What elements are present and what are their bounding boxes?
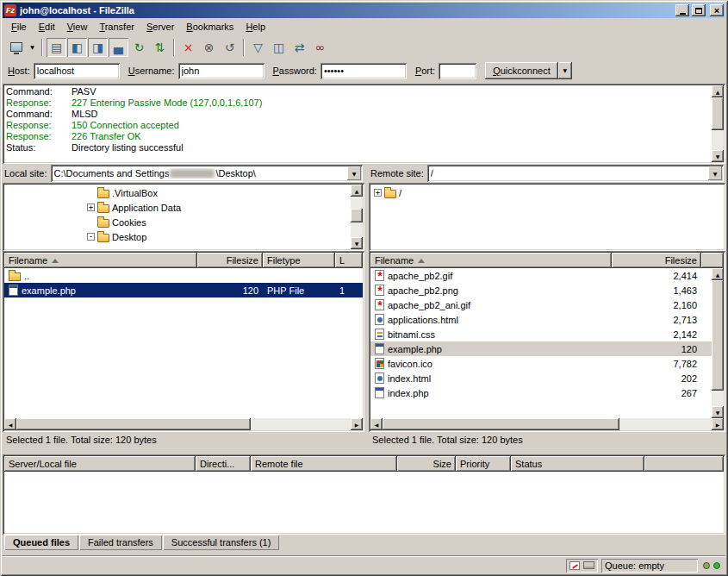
maximize-button[interactable] bbox=[692, 4, 706, 16]
tree-item[interactable]: + / bbox=[370, 185, 724, 200]
file-row[interactable]: example.php 120 PHP File 1 bbox=[4, 283, 363, 297]
menu-item-edit[interactable]: Edit bbox=[33, 20, 61, 34]
titlebar[interactable]: Fz john@localhost - FileZilla × bbox=[3, 3, 725, 18]
tab-successful-transfers[interactable]: Successful transfers (1) bbox=[163, 535, 280, 550]
file-row[interactable]: apache_pb2.png 1,463 bbox=[370, 283, 712, 297]
file-row[interactable]: bitnami.css 2,142 bbox=[370, 327, 712, 341]
column-filesize[interactable]: Filesize bbox=[612, 253, 701, 268]
scroll-right-icon[interactable]: ▶ bbox=[712, 418, 724, 430]
scrollbar-thumb[interactable] bbox=[383, 418, 619, 430]
scroll-up-icon[interactable]: ▲ bbox=[351, 185, 363, 197]
expander-icon[interactable]: + bbox=[87, 203, 95, 211]
site-manager-dropdown[interactable]: ▼ bbox=[27, 38, 38, 57]
scroll-down-icon[interactable]: ▼ bbox=[712, 406, 724, 418]
tree-item[interactable]: + Application Data bbox=[4, 200, 351, 215]
scroll-right-icon[interactable]: ▶ bbox=[351, 418, 363, 430]
column-filename[interactable]: Filename bbox=[370, 253, 612, 268]
dropdown-icon[interactable]: ▼ bbox=[708, 166, 722, 180]
scrollbar-thumb[interactable] bbox=[351, 209, 363, 222]
cancel-button[interactable]: × bbox=[178, 38, 198, 57]
username-input[interactable] bbox=[178, 63, 264, 79]
scrollbar-thumb[interactable] bbox=[16, 418, 251, 430]
dropdown-icon[interactable]: ▼ bbox=[347, 166, 361, 180]
filter-button[interactable]: ▽ bbox=[248, 38, 268, 57]
scrollbar-track[interactable] bbox=[383, 418, 712, 430]
column-priority[interactable]: Priority bbox=[456, 456, 511, 472]
column-filetype[interactable]: Filetype bbox=[263, 253, 335, 268]
expander-icon[interactable]: + bbox=[374, 189, 382, 197]
toggle-local-tree-button[interactable]: ◧ bbox=[67, 38, 87, 57]
tree-item[interactable]: Cookies bbox=[4, 215, 351, 229]
scroll-up-icon[interactable]: ▲ bbox=[712, 268, 724, 280]
file-row[interactable]: apache_pb2_ani.gif 2,160 bbox=[370, 297, 712, 312]
remote-file-list[interactable]: apache_pb2.gif 2,414 apache_pb2.png 1,46… bbox=[370, 268, 712, 418]
column-filesize[interactable]: Filesize bbox=[197, 253, 263, 268]
file-row[interactable]: example.php 120 bbox=[370, 341, 712, 356]
scrollbar-track[interactable] bbox=[712, 280, 724, 406]
local-directory-tree[interactable]: .VirtualBox + Application Data Cookies - bbox=[4, 185, 351, 249]
menu-item-file[interactable]: File bbox=[5, 20, 33, 34]
file-row[interactable]: applications.html 2,713 bbox=[370, 312, 712, 327]
remote-list-vscrollbar[interactable]: ▲ ▼ bbox=[712, 268, 724, 418]
scrollbar-track[interactable] bbox=[712, 97, 724, 150]
process-queue-button[interactable]: ⇅ bbox=[150, 38, 170, 57]
tab-failed-transfers[interactable]: Failed transfers bbox=[79, 535, 162, 550]
menu-item-view[interactable]: View bbox=[61, 20, 94, 34]
remote-site-combo[interactable]: / ▼ bbox=[427, 165, 724, 182]
local-file-list[interactable]: .. example.php 120 PHP File 1 bbox=[4, 268, 363, 418]
file-row[interactable]: favicon.ico 7,782 bbox=[370, 356, 712, 371]
tree-item[interactable]: .VirtualBox bbox=[4, 185, 351, 200]
expander-icon[interactable]: - bbox=[87, 233, 95, 241]
local-list-hscrollbar[interactable]: ◀ ▶ bbox=[4, 418, 363, 430]
queue-body[interactable] bbox=[4, 472, 724, 533]
file-row[interactable]: index.html 202 bbox=[370, 371, 712, 385]
port-input[interactable] bbox=[439, 63, 476, 79]
quickconnect-dropdown[interactable]: ▼ bbox=[558, 62, 572, 79]
column-remote-file[interactable]: Remote file bbox=[251, 456, 397, 472]
scrollbar-thumb[interactable] bbox=[712, 280, 724, 391]
remote-directory-tree[interactable]: + / bbox=[370, 185, 724, 249]
column-size[interactable]: Size bbox=[397, 456, 456, 472]
toggle-queue-button[interactable]: ▄ bbox=[109, 38, 128, 57]
file-row[interactable]: index.php 267 bbox=[370, 385, 712, 400]
site-manager-button[interactable] bbox=[6, 38, 26, 57]
column-server-local-file[interactable]: Server/Local file bbox=[4, 456, 196, 472]
speed-limit-icon[interactable] bbox=[569, 561, 580, 570]
disconnect-button[interactable]: ⊗ bbox=[199, 38, 219, 57]
scroll-down-icon[interactable]: ▼ bbox=[712, 150, 724, 162]
quickconnect-button[interactable]: Quickconnect bbox=[485, 62, 558, 79]
column-filename[interactable]: Filename bbox=[4, 253, 197, 268]
column-direction[interactable]: Directi... bbox=[196, 456, 251, 472]
find-button[interactable]: ∞ bbox=[310, 38, 330, 57]
password-input[interactable] bbox=[320, 63, 407, 79]
sync-browsing-button[interactable]: ⇄ bbox=[289, 38, 309, 57]
refresh-button[interactable]: ↻ bbox=[129, 38, 149, 57]
remote-list-hscrollbar[interactable]: ◀ ▶ bbox=[370, 418, 724, 430]
file-row[interactable]: .. bbox=[4, 268, 363, 283]
local-tree-scrollbar[interactable]: ▲ ▼ bbox=[351, 185, 363, 249]
scroll-left-icon[interactable]: ◀ bbox=[370, 418, 383, 430]
toggle-remote-tree-button[interactable]: ◨ bbox=[88, 38, 108, 57]
host-input[interactable] bbox=[34, 63, 120, 79]
menu-item-help[interactable]: Help bbox=[240, 20, 271, 34]
reconnect-button[interactable]: ↺ bbox=[220, 38, 240, 57]
minimize-button[interactable] bbox=[675, 4, 689, 16]
toggle-log-button[interactable]: ▤ bbox=[47, 38, 66, 57]
scroll-down-icon[interactable]: ▼ bbox=[351, 237, 363, 249]
menu-item-transfer[interactable]: Transfer bbox=[93, 20, 140, 34]
file-row[interactable]: apache_pb2.gif 2,414 bbox=[370, 268, 712, 283]
message-log[interactable]: Command: PASV Response: 227 Entering Pas… bbox=[4, 85, 712, 162]
compare-button[interactable]: ◫ bbox=[269, 38, 289, 57]
scroll-up-icon[interactable]: ▲ bbox=[712, 85, 724, 97]
log-scrollbar[interactable]: ▲ ▼ bbox=[712, 85, 724, 162]
column-last-modified[interactable]: L bbox=[335, 253, 363, 268]
local-site-combo[interactable]: C:\Documents and Settings \Desktop\ ▼ bbox=[51, 165, 363, 182]
menu-item-server[interactable]: Server bbox=[140, 20, 180, 34]
scrollbar-track[interactable] bbox=[351, 197, 363, 237]
tree-item[interactable]: - Desktop bbox=[4, 229, 351, 244]
column-status[interactable]: Status bbox=[511, 456, 644, 472]
tab-queued-files[interactable]: Queued files bbox=[4, 535, 78, 550]
scrollbar-track[interactable] bbox=[16, 418, 351, 430]
close-button[interactable]: × bbox=[710, 4, 724, 16]
scrollbar-thumb[interactable] bbox=[712, 97, 724, 130]
